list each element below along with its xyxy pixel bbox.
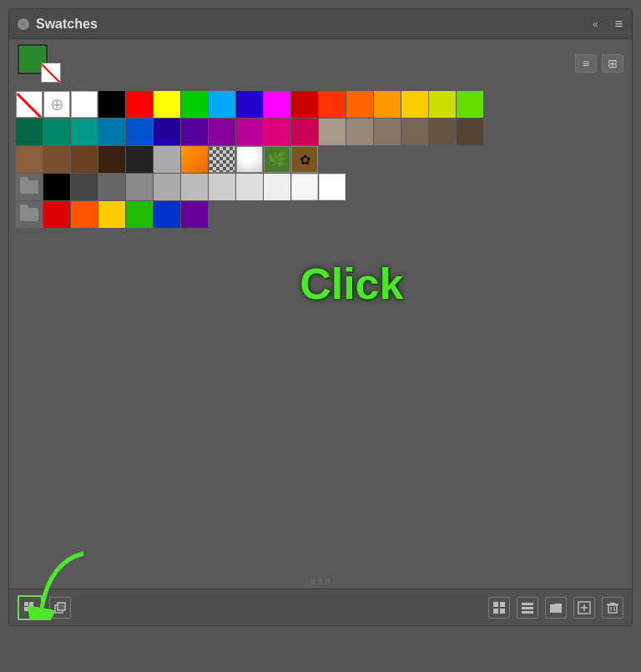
swatch-item[interactable] (154, 146, 180, 173)
bring-forward-button[interactable] (49, 597, 71, 619)
swatch-item[interactable] (43, 201, 70, 228)
no-color-indicator (42, 63, 60, 82)
svg-rect-20 (610, 603, 615, 604)
svg-rect-18 (608, 605, 617, 613)
swatch-white-circle[interactable] (236, 146, 263, 173)
swatch-libraries-icon (23, 600, 38, 615)
swatch-item[interactable] (154, 174, 180, 200)
swatch-item[interactable] (181, 201, 208, 228)
new-swatch-button[interactable] (573, 597, 595, 619)
swatch-item[interactable] (209, 119, 235, 145)
swatch-item[interactable] (264, 174, 290, 200)
swatch-item[interactable] (71, 201, 98, 228)
swatch-item[interactable] (71, 174, 98, 200)
swatch-item[interactable] (209, 174, 235, 200)
swatch-item[interactable] (126, 119, 153, 145)
background-color[interactable] (41, 63, 61, 83)
svg-rect-1 (29, 602, 33, 606)
swatch-item[interactable] (98, 146, 125, 173)
swatch-item[interactable] (98, 174, 125, 200)
list-view-button[interactable]: ≡ (575, 54, 597, 73)
delete-swatch-button[interactable] (602, 597, 623, 619)
swatch-row-3: 🌿 ✿ (16, 146, 625, 173)
swatch-row-4 (16, 174, 625, 200)
swatch-item[interactable] (457, 119, 483, 145)
svg-rect-11 (500, 609, 505, 614)
swatch-item[interactable] (291, 91, 318, 118)
swatch-item[interactable] (291, 119, 318, 145)
fg-bg-color-selector[interactable] (18, 44, 61, 83)
swatch-item[interactable] (236, 119, 263, 145)
folder-icon (549, 601, 563, 614)
svg-rect-12 (522, 603, 533, 605)
swatch-item[interactable] (98, 119, 125, 145)
swatch-row-5 (16, 201, 625, 228)
folder-icon (20, 208, 38, 221)
swatch-item[interactable] (429, 119, 456, 145)
swatch-checker-pattern[interactable] (209, 146, 235, 173)
swatch-item[interactable] (429, 91, 456, 118)
swatch-item[interactable] (401, 91, 428, 118)
swatch-item[interactable] (209, 91, 235, 118)
swatch-row-1 (16, 91, 625, 118)
swatch-item[interactable] (71, 91, 98, 118)
swatch-item[interactable] (236, 174, 263, 200)
swatch-libraries-button[interactable] (18, 595, 43, 620)
swatch-item[interactable] (16, 119, 43, 145)
swatch-item[interactable] (374, 119, 401, 145)
svg-rect-3 (29, 607, 33, 611)
swatch-item[interactable] (346, 91, 373, 118)
view-icons: ≡ ⊞ (575, 54, 623, 73)
swatch-item[interactable] (181, 119, 208, 145)
swatch-item[interactable] (98, 201, 125, 228)
swatch-item[interactable] (319, 119, 346, 145)
swatch-crosshair[interactable] (43, 91, 70, 118)
panel-menu-icon[interactable]: ≡ (615, 17, 623, 32)
swatch-item[interactable] (43, 119, 70, 145)
swatch-item[interactable] (16, 146, 43, 173)
close-button[interactable]: × (18, 18, 29, 30)
swatch-item[interactable] (98, 91, 125, 118)
swatch-item[interactable] (236, 91, 263, 118)
swatch-folder[interactable] (16, 174, 43, 200)
swatch-item[interactable] (181, 91, 208, 118)
swatch-item[interactable] (71, 146, 98, 173)
swatch-item[interactable] (291, 174, 318, 200)
swatch-item[interactable] (457, 91, 483, 118)
swatch-item[interactable] (264, 91, 290, 118)
swatch-no-stroke[interactable] (16, 91, 43, 118)
swatch-item[interactable] (319, 91, 346, 118)
swatch-item[interactable] (126, 146, 153, 173)
swatch-item[interactable] (43, 146, 70, 173)
swatch-item[interactable] (181, 146, 208, 173)
swatch-item[interactable] (264, 119, 290, 145)
swatch-list-view-button[interactable] (517, 597, 538, 619)
svg-rect-2 (24, 607, 28, 611)
swatch-grid-view-button[interactable] (488, 597, 510, 619)
svg-rect-14 (522, 611, 533, 614)
swatch-item[interactable] (346, 119, 373, 145)
swatch-item[interactable] (154, 201, 180, 228)
swatch-item[interactable] (43, 174, 70, 200)
gripper: ⠿⠿⠿ (9, 576, 632, 589)
swatch-item[interactable] (126, 201, 153, 228)
swatch-pattern2[interactable]: ✿ (291, 146, 318, 173)
swatch-folder[interactable] (16, 201, 43, 228)
swatch-item[interactable] (401, 119, 428, 145)
collapse-icon[interactable]: « (593, 18, 598, 30)
swatch-item[interactable] (71, 119, 98, 145)
swatch-pattern1[interactable]: 🌿 (264, 146, 290, 173)
swatch-item[interactable] (154, 119, 180, 145)
swatch-item[interactable] (181, 174, 208, 200)
swatch-item[interactable] (154, 91, 180, 118)
svg-rect-8 (493, 602, 498, 607)
swatch-item[interactable] (319, 174, 346, 200)
new-group-button[interactable] (545, 597, 567, 619)
swatch-item[interactable] (374, 91, 401, 118)
panel-wrapper: × Swatches « ≡ ≡ ⊞ (8, 8, 633, 664)
grid-view-button[interactable]: ⊞ (602, 54, 623, 73)
list-view-icon (521, 601, 534, 614)
swatch-item[interactable] (126, 174, 153, 200)
swatch-item[interactable] (126, 91, 153, 118)
svg-rect-13 (522, 607, 533, 609)
